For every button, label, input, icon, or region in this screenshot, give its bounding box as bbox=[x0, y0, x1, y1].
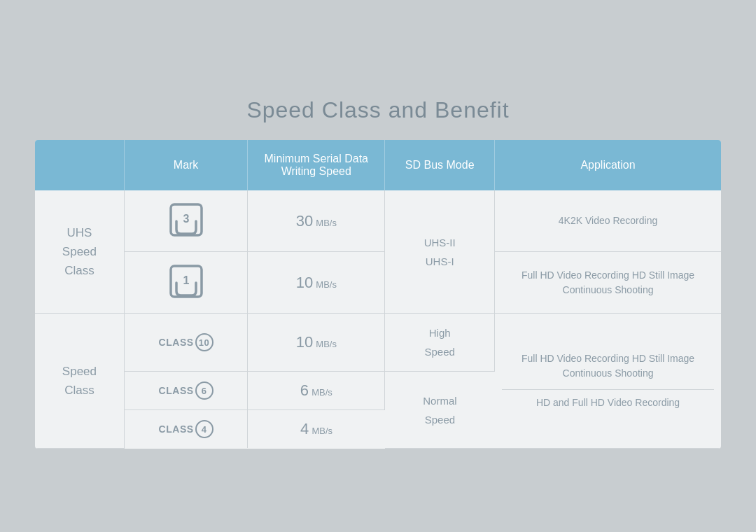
table-row: UHSSpeedClass 3 30 MB/s bbox=[35, 190, 721, 252]
table-row: SpeedClass CLASS 10 10 MB/s HighSpeed Fu… bbox=[35, 314, 721, 372]
app-4k2k: 4K2K Video Recording bbox=[495, 190, 721, 252]
table-container: Mark Minimum Serial Data Writing Speed S… bbox=[35, 140, 721, 449]
table-row: 1 10 MB/s Full HD Video Recording HD Sti… bbox=[35, 252, 721, 314]
u3-icon: 3 bbox=[167, 200, 206, 239]
speed-10-uhs: 10 MB/s bbox=[248, 252, 385, 314]
mark-u1: 1 bbox=[124, 252, 247, 314]
mark-class6: CLASS 6 bbox=[124, 372, 247, 410]
speed-class-table: Mark Minimum Serial Data Writing Speed S… bbox=[35, 140, 721, 449]
app-fullhd: Full HD Video Recording HD Still Image C… bbox=[495, 252, 721, 314]
bus-mode-uhs: UHS-IIUHS-I bbox=[385, 190, 495, 314]
mark-class10: CLASS 10 bbox=[124, 314, 247, 372]
header-col2: Mark bbox=[124, 140, 247, 190]
svg-text:1: 1 bbox=[183, 274, 189, 286]
page-title: Speed Class and Benefit bbox=[35, 83, 721, 140]
speed-30: 30 MB/s bbox=[248, 190, 385, 252]
header-col4: SD Bus Mode bbox=[385, 140, 495, 190]
u1-icon: 1 bbox=[167, 262, 206, 301]
uhs-group-label: UHSSpeedClass bbox=[35, 190, 124, 314]
speed-6: 6 MB/s bbox=[248, 372, 385, 410]
mark-u3: 3 bbox=[124, 190, 247, 252]
header-col1 bbox=[35, 140, 124, 190]
speed-class-group-label: SpeedClass bbox=[35, 314, 124, 449]
speed-4: 4 MB/s bbox=[248, 410, 385, 449]
app-hd-fullhd: Full HD Video Recording HD Still Image C… bbox=[495, 314, 721, 449]
header-row: Mark Minimum Serial Data Writing Speed S… bbox=[35, 140, 721, 190]
bus-mode-normal: NormalSpeed bbox=[385, 372, 495, 449]
speed-10-class: 10 MB/s bbox=[248, 314, 385, 372]
header-col5: Application bbox=[495, 140, 721, 190]
page-wrapper: Speed Class and Benefit Mark Minimum Ser… bbox=[35, 83, 721, 449]
bus-mode-high: HighSpeed bbox=[385, 314, 495, 372]
header-col3: Minimum Serial Data Writing Speed bbox=[248, 140, 385, 190]
mark-class4: CLASS 4 bbox=[124, 410, 247, 449]
svg-text:3: 3 bbox=[183, 213, 189, 225]
